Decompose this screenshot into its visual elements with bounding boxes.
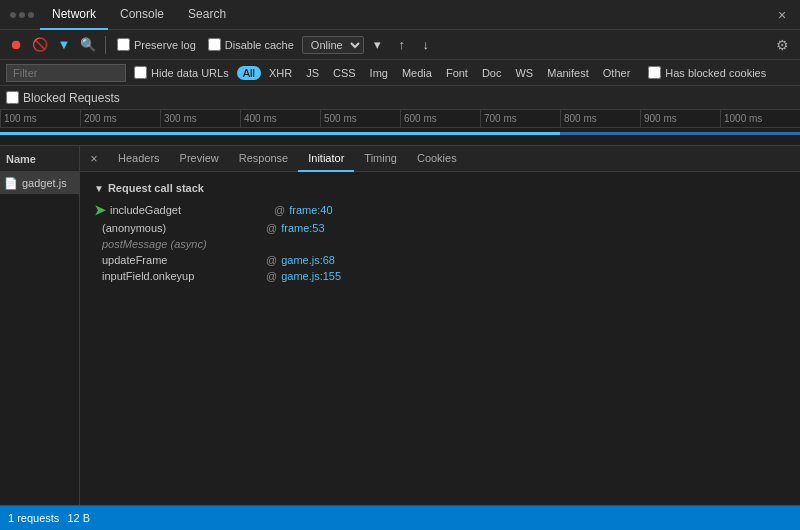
has-blocked-cookies-checkbox[interactable] (648, 66, 661, 79)
stack-at-symbol: @ (266, 254, 277, 266)
filter-tab-all[interactable]: All (237, 66, 261, 80)
callstack-triangle: ▼ (94, 183, 104, 194)
disable-cache-text: Disable cache (225, 39, 294, 51)
close-devtools-button[interactable]: × (768, 1, 796, 29)
timeline-tick: 600 ms (400, 110, 480, 128)
stack-row: inputField.onkeyup @ game.js:155 (94, 270, 786, 282)
has-blocked-cookies-label[interactable]: Has blocked cookies (644, 64, 770, 81)
hide-data-urls-checkbox[interactable] (134, 66, 147, 79)
timeline-tick: 900 ms (640, 110, 720, 128)
async-separator: postMessage (async) (94, 238, 786, 250)
timeline-tick: 400 ms (240, 110, 320, 128)
search-icon[interactable]: 🔍 (78, 35, 98, 55)
disable-cache-label[interactable]: Disable cache (204, 36, 298, 53)
filter-tab-xhr[interactable]: XHR (263, 66, 298, 80)
stack-location-link[interactable]: frame:53 (281, 222, 324, 234)
close-icon: × (778, 7, 786, 23)
filter-tab-js[interactable]: JS (300, 66, 325, 80)
stack-at-symbol: @ (266, 270, 277, 282)
stack-function-name: (anonymous) (102, 222, 262, 234)
clear-button[interactable]: 🚫 (30, 35, 50, 55)
blocked-requests-checkbox[interactable] (6, 91, 19, 104)
requests-size: 12 B (67, 512, 90, 524)
filter-tab-ws[interactable]: WS (509, 66, 539, 80)
file-list: Name 📄 gadget.js (0, 146, 80, 505)
detail-tab-cookies[interactable]: Cookies (407, 146, 467, 172)
filter-bar: Hide data URLs AllXHRJSCSSImgMediaFontDo… (0, 60, 800, 86)
file-item[interactable]: 📄 gadget.js (0, 172, 79, 194)
tab-search[interactable]: Search (176, 0, 238, 30)
file-type-icon: 📄 (4, 177, 18, 190)
callstack-title: Request call stack (108, 182, 204, 194)
disable-cache-checkbox[interactable] (208, 38, 221, 51)
dot1 (10, 12, 16, 18)
stack-function-name: updateFrame (102, 254, 262, 266)
timeline-tick: 500 ms (320, 110, 400, 128)
filter-tab-css[interactable]: CSS (327, 66, 362, 80)
callstack-header[interactable]: ▼ Request call stack (94, 182, 786, 194)
stack-location-link[interactable]: frame:40 (289, 204, 332, 216)
stack-row: updateFrame @ game.js:68 (94, 254, 786, 266)
filter-input[interactable] (6, 64, 126, 82)
detail-tab-headers[interactable]: Headers (108, 146, 170, 172)
stack-row: (anonymous) @ frame:53 (94, 222, 786, 234)
divider1 (105, 36, 106, 54)
filter-icon[interactable]: ▼ (54, 35, 74, 55)
detail-panel: × HeadersPreviewResponseInitiatorTimingC… (80, 146, 800, 505)
window-dots (4, 12, 40, 18)
tab-search-label: Search (188, 7, 226, 21)
current-stack-arrow: ➤ (94, 202, 106, 218)
filter-tab-doc[interactable]: Doc (476, 66, 508, 80)
timeline-tick: 800 ms (560, 110, 640, 128)
timeline: 100 ms200 ms300 ms400 ms500 ms600 ms700 … (0, 110, 800, 146)
record-button[interactable]: ⏺ (6, 35, 26, 55)
timeline-tick: 300 ms (160, 110, 240, 128)
preserve-log-label[interactable]: Preserve log (113, 36, 200, 53)
tab-console[interactable]: Console (108, 0, 176, 30)
detail-tab-timing[interactable]: Timing (354, 146, 407, 172)
settings-button[interactable]: ⚙ (770, 33, 794, 57)
file-name-label: gadget.js (22, 177, 67, 189)
stack-location-link[interactable]: game.js:155 (281, 270, 341, 282)
stack-function-name: inputField.onkeyup (102, 270, 262, 282)
detail-close-button[interactable]: × (84, 149, 104, 169)
file-list-header-label: Name (6, 153, 36, 165)
timeline-tick: 100 ms (0, 110, 80, 128)
dot3 (28, 12, 34, 18)
filter-tab-manifest[interactable]: Manifest (541, 66, 595, 80)
timeline-bar (0, 132, 800, 135)
tab-console-label: Console (120, 7, 164, 21)
blocked-requests-bar: Blocked Requests (0, 86, 800, 110)
timeline-tick: 1000 ms (720, 110, 800, 128)
blocked-requests-label[interactable]: Blocked Requests (23, 91, 120, 105)
filter-tabs: AllXHRJSCSSImgMediaFontDocWSManifestOthe… (237, 66, 637, 80)
stack-at-symbol: @ (266, 222, 277, 234)
detail-tabs-bar: × HeadersPreviewResponseInitiatorTimingC… (80, 146, 800, 172)
callstack-rows: ➤includeGadget @ frame:40(anonymous) @ f… (94, 202, 786, 282)
detail-tab-response[interactable]: Response (229, 146, 299, 172)
filter-tab-img[interactable]: Img (364, 66, 394, 80)
detail-tab-initiator[interactable]: Initiator (298, 146, 354, 172)
status-bar: 1 requests 12 B (0, 505, 800, 530)
tab-network[interactable]: Network (40, 0, 108, 30)
filter-tab-font[interactable]: Font (440, 66, 474, 80)
file-list-header: Name (0, 146, 79, 172)
stack-function-name: includeGadget (110, 204, 270, 216)
requests-count: 1 requests (8, 512, 59, 524)
hide-data-urls-label[interactable]: Hide data URLs (130, 64, 233, 81)
dot2 (19, 12, 25, 18)
export-button[interactable]: ↓ (416, 35, 436, 55)
hide-data-urls-text: Hide data URLs (151, 67, 229, 79)
filter-tab-media[interactable]: Media (396, 66, 438, 80)
preserve-log-checkbox[interactable] (117, 38, 130, 51)
detail-tab-preview[interactable]: Preview (170, 146, 229, 172)
toolbar: ⏺ 🚫 ▼ 🔍 Preserve log Disable cache Onlin… (0, 30, 800, 60)
stack-at-symbol: @ (274, 204, 285, 216)
has-blocked-cookies-text: Has blocked cookies (665, 67, 766, 79)
filter-tab-other[interactable]: Other (597, 66, 637, 80)
throttle-dropdown-arrow[interactable]: ▾ (368, 35, 388, 55)
file-items: 📄 gadget.js (0, 172, 79, 194)
stack-location-link[interactable]: game.js:68 (281, 254, 335, 266)
throttle-dropdown[interactable]: Online (302, 36, 364, 54)
import-button[interactable]: ↑ (392, 35, 412, 55)
